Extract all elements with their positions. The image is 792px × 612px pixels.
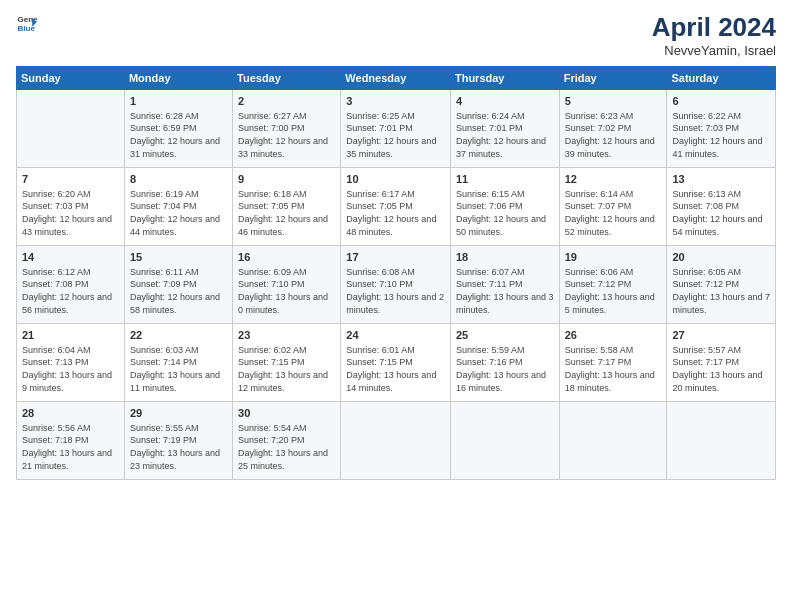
logo: General Blue [16, 12, 38, 34]
calendar-week-row: 21Sunrise: 6:04 AM Sunset: 7:13 PM Dayli… [17, 324, 776, 402]
day-number: 9 [238, 172, 335, 187]
calendar-cell: 12Sunrise: 6:14 AM Sunset: 7:07 PM Dayli… [559, 168, 667, 246]
day-number: 24 [346, 328, 445, 343]
day-content: Sunrise: 6:15 AM Sunset: 7:06 PM Dayligh… [456, 188, 554, 238]
header-day-monday: Monday [124, 67, 232, 90]
day-number: 29 [130, 406, 227, 421]
calendar-cell: 4Sunrise: 6:24 AM Sunset: 7:01 PM Daylig… [450, 90, 559, 168]
calendar-cell: 1Sunrise: 6:28 AM Sunset: 6:59 PM Daylig… [124, 90, 232, 168]
calendar-cell: 7Sunrise: 6:20 AM Sunset: 7:03 PM Daylig… [17, 168, 125, 246]
calendar-cell: 11Sunrise: 6:15 AM Sunset: 7:06 PM Dayli… [450, 168, 559, 246]
day-number: 8 [130, 172, 227, 187]
title-block: April 2024 NevveYamin, Israel [652, 12, 776, 58]
calendar-cell: 14Sunrise: 6:12 AM Sunset: 7:08 PM Dayli… [17, 246, 125, 324]
day-number: 21 [22, 328, 119, 343]
day-content: Sunrise: 6:05 AM Sunset: 7:12 PM Dayligh… [672, 266, 770, 316]
calendar-title: April 2024 [652, 12, 776, 43]
calendar-cell: 22Sunrise: 6:03 AM Sunset: 7:14 PM Dayli… [124, 324, 232, 402]
day-content: Sunrise: 6:22 AM Sunset: 7:03 PM Dayligh… [672, 110, 770, 160]
day-content: Sunrise: 6:14 AM Sunset: 7:07 PM Dayligh… [565, 188, 662, 238]
day-content: Sunrise: 6:17 AM Sunset: 7:05 PM Dayligh… [346, 188, 445, 238]
day-content: Sunrise: 5:57 AM Sunset: 7:17 PM Dayligh… [672, 344, 770, 394]
header-day-tuesday: Tuesday [233, 67, 341, 90]
day-number: 23 [238, 328, 335, 343]
day-number: 10 [346, 172, 445, 187]
header-day-sunday: Sunday [17, 67, 125, 90]
day-content: Sunrise: 6:04 AM Sunset: 7:13 PM Dayligh… [22, 344, 119, 394]
day-content: Sunrise: 6:08 AM Sunset: 7:10 PM Dayligh… [346, 266, 445, 316]
calendar-cell: 27Sunrise: 5:57 AM Sunset: 7:17 PM Dayli… [667, 324, 776, 402]
calendar-cell: 25Sunrise: 5:59 AM Sunset: 7:16 PM Dayli… [450, 324, 559, 402]
day-number: 17 [346, 250, 445, 265]
calendar-cell: 2Sunrise: 6:27 AM Sunset: 7:00 PM Daylig… [233, 90, 341, 168]
day-number: 20 [672, 250, 770, 265]
day-number: 18 [456, 250, 554, 265]
day-number: 30 [238, 406, 335, 421]
day-content: Sunrise: 6:19 AM Sunset: 7:04 PM Dayligh… [130, 188, 227, 238]
day-number: 6 [672, 94, 770, 109]
day-number: 3 [346, 94, 445, 109]
day-content: Sunrise: 5:56 AM Sunset: 7:18 PM Dayligh… [22, 422, 119, 472]
day-content: Sunrise: 6:03 AM Sunset: 7:14 PM Dayligh… [130, 344, 227, 394]
day-number: 7 [22, 172, 119, 187]
calendar-cell: 20Sunrise: 6:05 AM Sunset: 7:12 PM Dayli… [667, 246, 776, 324]
day-content: Sunrise: 5:58 AM Sunset: 7:17 PM Dayligh… [565, 344, 662, 394]
calendar-week-row: 1Sunrise: 6:28 AM Sunset: 6:59 PM Daylig… [17, 90, 776, 168]
calendar-cell: 17Sunrise: 6:08 AM Sunset: 7:10 PM Dayli… [341, 246, 451, 324]
logo-icon: General Blue [16, 12, 38, 34]
calendar-cell [341, 402, 451, 480]
header-day-friday: Friday [559, 67, 667, 90]
day-number: 2 [238, 94, 335, 109]
day-number: 19 [565, 250, 662, 265]
day-number: 28 [22, 406, 119, 421]
calendar-cell: 10Sunrise: 6:17 AM Sunset: 7:05 PM Dayli… [341, 168, 451, 246]
calendar-cell: 5Sunrise: 6:23 AM Sunset: 7:02 PM Daylig… [559, 90, 667, 168]
day-content: Sunrise: 6:07 AM Sunset: 7:11 PM Dayligh… [456, 266, 554, 316]
day-content: Sunrise: 5:55 AM Sunset: 7:19 PM Dayligh… [130, 422, 227, 472]
day-number: 16 [238, 250, 335, 265]
calendar-table: SundayMondayTuesdayWednesdayThursdayFrid… [16, 66, 776, 480]
day-content: Sunrise: 6:12 AM Sunset: 7:08 PM Dayligh… [22, 266, 119, 316]
calendar-cell: 21Sunrise: 6:04 AM Sunset: 7:13 PM Dayli… [17, 324, 125, 402]
day-content: Sunrise: 6:18 AM Sunset: 7:05 PM Dayligh… [238, 188, 335, 238]
calendar-location: NevveYamin, Israel [652, 43, 776, 58]
day-number: 12 [565, 172, 662, 187]
day-number: 13 [672, 172, 770, 187]
calendar-cell: 13Sunrise: 6:13 AM Sunset: 7:08 PM Dayli… [667, 168, 776, 246]
day-content: Sunrise: 5:59 AM Sunset: 7:16 PM Dayligh… [456, 344, 554, 394]
day-content: Sunrise: 6:06 AM Sunset: 7:12 PM Dayligh… [565, 266, 662, 316]
day-number: 14 [22, 250, 119, 265]
header: General Blue April 2024 NevveYamin, Isra… [16, 12, 776, 58]
day-number: 27 [672, 328, 770, 343]
calendar-cell: 30Sunrise: 5:54 AM Sunset: 7:20 PM Dayli… [233, 402, 341, 480]
calendar-week-row: 7Sunrise: 6:20 AM Sunset: 7:03 PM Daylig… [17, 168, 776, 246]
header-day-wednesday: Wednesday [341, 67, 451, 90]
day-content: Sunrise: 6:24 AM Sunset: 7:01 PM Dayligh… [456, 110, 554, 160]
calendar-cell: 19Sunrise: 6:06 AM Sunset: 7:12 PM Dayli… [559, 246, 667, 324]
day-content: Sunrise: 6:11 AM Sunset: 7:09 PM Dayligh… [130, 266, 227, 316]
calendar-week-row: 14Sunrise: 6:12 AM Sunset: 7:08 PM Dayli… [17, 246, 776, 324]
calendar-cell [450, 402, 559, 480]
calendar-week-row: 28Sunrise: 5:56 AM Sunset: 7:18 PM Dayli… [17, 402, 776, 480]
day-number: 22 [130, 328, 227, 343]
day-content: Sunrise: 6:23 AM Sunset: 7:02 PM Dayligh… [565, 110, 662, 160]
calendar-cell [17, 90, 125, 168]
calendar-cell: 26Sunrise: 5:58 AM Sunset: 7:17 PM Dayli… [559, 324, 667, 402]
day-content: Sunrise: 6:13 AM Sunset: 7:08 PM Dayligh… [672, 188, 770, 238]
calendar-cell: 8Sunrise: 6:19 AM Sunset: 7:04 PM Daylig… [124, 168, 232, 246]
day-content: Sunrise: 6:28 AM Sunset: 6:59 PM Dayligh… [130, 110, 227, 160]
day-number: 15 [130, 250, 227, 265]
day-content: Sunrise: 6:02 AM Sunset: 7:15 PM Dayligh… [238, 344, 335, 394]
calendar-cell: 18Sunrise: 6:07 AM Sunset: 7:11 PM Dayli… [450, 246, 559, 324]
day-number: 1 [130, 94, 227, 109]
day-content: Sunrise: 6:27 AM Sunset: 7:00 PM Dayligh… [238, 110, 335, 160]
day-number: 4 [456, 94, 554, 109]
calendar-cell: 23Sunrise: 6:02 AM Sunset: 7:15 PM Dayli… [233, 324, 341, 402]
calendar-cell: 28Sunrise: 5:56 AM Sunset: 7:18 PM Dayli… [17, 402, 125, 480]
calendar-cell: 15Sunrise: 6:11 AM Sunset: 7:09 PM Dayli… [124, 246, 232, 324]
day-content: Sunrise: 6:09 AM Sunset: 7:10 PM Dayligh… [238, 266, 335, 316]
day-number: 26 [565, 328, 662, 343]
calendar-header-row: SundayMondayTuesdayWednesdayThursdayFrid… [17, 67, 776, 90]
calendar-cell: 3Sunrise: 6:25 AM Sunset: 7:01 PM Daylig… [341, 90, 451, 168]
day-number: 5 [565, 94, 662, 109]
